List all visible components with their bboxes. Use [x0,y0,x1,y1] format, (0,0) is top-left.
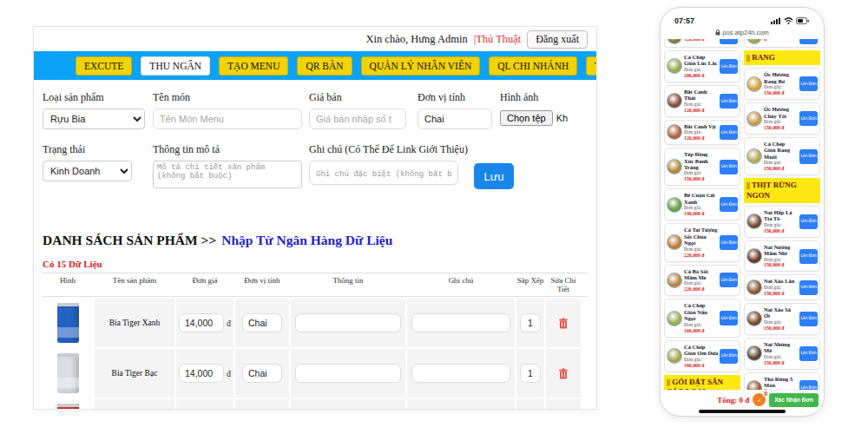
save-button[interactable]: Lưu [474,163,514,189]
url-text: pos.atp24h.com [722,29,768,36]
price-input[interactable] [309,108,406,129]
table-row: Bia Sài Gòn Đỏđ [43,399,588,410]
sort-order-field[interactable] [520,364,541,383]
add-to-order-button[interactable]: Lên Đơn [720,160,738,174]
home-indicator[interactable] [699,410,786,413]
add-to-order-button[interactable]: Lên Đơn [799,312,818,326]
menu-item-text: Cá Chép Giòn Rang MuốiĐơn giá: 150,000 đ [764,141,798,172]
delete-icon[interactable] [558,318,569,329]
menu-item-name: Thỏ Rừng 5 Món [764,376,798,389]
add-to-order-button[interactable]: Lên Đơn [720,273,738,287]
note-field[interactable] [411,364,510,383]
nav-tab-thu-ng-n[interactable]: THU NGÂN [141,56,210,76]
menu-item-name: Cá Bò Sốt Mắm Me [684,268,718,281]
add-to-order-button[interactable]: Lên Đơn [799,111,818,126]
column-header-t-n-s-n-ph-m: Tên sản phẩm [95,276,174,293]
add-to-order-button[interactable]: Lên Đơn [720,311,738,326]
edit-cell [546,299,581,347]
note-input[interactable] [309,161,458,185]
menu-item: Tép Đồng Xúc Bánh TrángĐơn giá: 150,000 … [664,148,740,186]
menu-item-text: Nai Xào Sả ỚtĐơn giá: 150,000 đ [764,306,798,332]
menu-item-partial: Đơn giá: 120,000 đLên Đơn [664,39,740,48]
add-to-order-button[interactable]: Lên Đơn [720,349,738,364]
file-input[interactable]: Chọn tệp Kh [500,110,568,126]
menu-item: Ốc Hương Cháy TỏiĐơn giá: 150,000 đLên Đ… [744,102,820,135]
food-photo [667,124,682,140]
add-to-order-button[interactable]: Lên Đơn [799,39,818,44]
price-field[interactable] [179,364,224,383]
column-header-n-v-t-nh: Đơn vị tính [235,276,289,293]
add-to-order-button[interactable]: Lên Đơn [720,59,738,74]
product-name-cell: Bia Sài Gòn Đỏ [95,399,174,410]
nav-tab-excute[interactable]: EXCUTE [76,56,132,76]
unit-field[interactable] [242,364,282,383]
product-name: Bia Tiger Xanh [109,319,161,327]
nav-tab-ql-chi-nh-nh[interactable]: QL CHI NHÁNH [489,56,577,76]
menu-item-price: Đơn giá: 200,000 đ [684,67,718,79]
add-to-order-button[interactable]: Lên Đơn [720,197,738,212]
menu-item: Cá Chép Giòn Lúc LắcĐơn giá: 200,000 đLê… [664,50,740,82]
name-input[interactable] [153,108,302,129]
nav-tab-tra-c-u-bill[interactable]: TRA CỨU BILL [586,56,597,76]
add-to-order-button[interactable]: Lên Đơn [799,76,818,91]
menu-item-text: Ốc Hương Cháy TỏiĐơn giá: 150,000 đ [764,106,798,131]
add-to-order-button[interactable]: Lên Đơn [799,346,818,361]
info-cell [291,299,405,347]
menu-item-text: Bắt Canh TháiĐơn giá: 120,000 đ [684,89,718,114]
status-label: Trạng thái [43,143,85,156]
status-icons [771,17,810,24]
product-image-cell [43,349,93,398]
price-field[interactable] [179,313,224,332]
logout-button[interactable]: Đăng xuất [527,30,588,49]
info-field[interactable] [295,364,401,383]
greeting-link[interactable]: |Thủ Thuật [474,33,522,46]
nav-tab-qu-n-l-nh-n-vi-n[interactable]: QUẢN LÝ NHÂN VIÊN [361,56,481,76]
column-header-s-p-x-p: Sắp Xếp [516,276,544,293]
choose-file-button[interactable]: Chọn tệp [500,110,553,126]
category-select[interactable]: Rựu Bia [43,108,145,129]
delete-icon[interactable] [558,368,569,379]
column-header-h-nh: Hình [43,276,93,293]
menu-item-price: Đơn giá: 140,000 đ [684,205,718,217]
add-to-order-button[interactable]: Lên Đơn [720,94,738,108]
add-to-order-button[interactable]: Lên Đơn [720,125,738,140]
menu-item: Cá Chép Giòn Om DưaĐơn giá: 160,000 đLên… [664,340,740,372]
nav-tab-t-o-menu[interactable]: TẠO MENU [219,56,288,76]
menu-item-name: Nai Xào Sả Ớt [764,306,798,319]
note-field[interactable] [411,313,510,332]
admin-panel: Xin chào, Hưng Admin |Thủ Thuật Đăng xuấ… [33,26,597,410]
info-cell [291,349,405,398]
menu-scroll-area[interactable]: Đơn giá: 120,000 đLên ĐơnCá Chép Giòn Lú… [664,39,820,395]
info-field[interactable] [295,313,401,332]
category-header-th-t-r-ng-ngon: || THỊT RỪNG NGON [744,178,820,203]
nav-tab-qr-b-n[interactable]: QR BÀN [297,56,352,76]
description-textarea[interactable] [153,161,302,188]
sort-order-field[interactable] [520,313,541,332]
phone-preview: 07:57 [660,7,825,417]
url-bar[interactable]: pos.atp24h.com [661,29,824,36]
add-to-order-button[interactable]: Lên Đơn [799,249,818,264]
import-bank-link[interactable]: Nhập Từ Ngân Hàng Dữ Liệu [221,233,392,247]
unit-input[interactable] [418,108,492,129]
add-to-order-button[interactable]: Lên Đơn [799,149,818,164]
name-label: Tên món [153,91,190,104]
unit-field[interactable] [242,313,282,332]
food-photo [667,197,682,213]
cellular-signal-icon [771,17,781,24]
menu-item-text: Tép Đồng Xúc Bánh TrángĐơn giá: 150,000 … [684,151,718,182]
add-to-order-button[interactable]: Lên Đơn [720,235,738,250]
add-to-order-button[interactable]: Lên Đơn [799,214,818,229]
menu-item-price: Đơn giá: 60,000 đ [764,39,798,43]
add-to-order-button[interactable]: Lên Đơn [720,39,738,44]
product-image-cell [43,299,93,347]
menu-item-price: Đơn giá: 150,000 đ [764,84,798,96]
add-to-order-button[interactable]: Lên Đơn [799,280,818,295]
food-photo [746,214,762,229]
status-select[interactable]: Kinh Doanh [43,161,132,181]
confirm-order-button[interactable]: Xác Nhận Đơn [769,393,819,407]
menu-item-name: Ốc Hương Rang Bơ [764,71,798,84]
table-header-row: HìnhTên sản phẩmĐơn giáĐơn vị tínhThông … [43,273,588,297]
note-cell [407,299,515,347]
menu-item-name: Cá Chép Giòn Nấu Ngọt [684,302,718,321]
food-photo [667,93,682,108]
